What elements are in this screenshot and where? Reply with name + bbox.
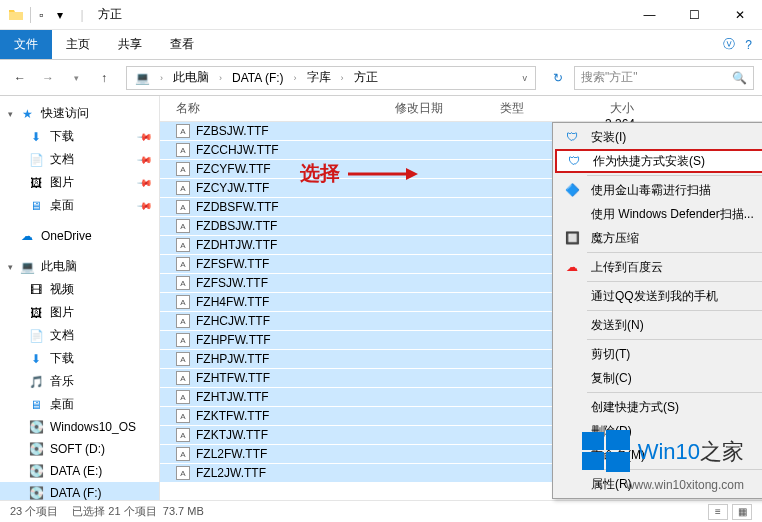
chevron-right-icon[interactable]: › [337,73,348,83]
breadcrumb[interactable]: 💻 › 此电脑 › DATA (F:) › 字库 › 方正 v [126,66,536,90]
sidebar-item-drive-e[interactable]: 💽DATA (E:) [0,460,159,482]
shield-icon: 🛡 [563,128,581,146]
ribbon-expand-icon[interactable]: ⓥ [723,36,735,53]
view-icons-button[interactable]: ▦ [732,504,752,520]
sidebar-item-drive-c[interactable]: 💽Windows10_OS [0,416,159,438]
folder-icon [8,7,24,23]
ctx-jinshan-scan[interactable]: 🔷使用金山毒霸进行扫描 [555,178,762,202]
ribbon-tab-view[interactable]: 查看 [156,30,208,59]
sidebar-onedrive[interactable]: ▸ ☁ OneDrive [0,225,159,247]
pin-icon: 📌 [137,151,153,167]
chevron-right-icon[interactable]: › [215,73,226,83]
sidebar-item-downloads[interactable]: ⬇下载📌 [0,125,159,148]
sidebar-item-desktop[interactable]: 🖥桌面 [0,393,159,416]
sidebar-quick-access[interactable]: ▾ ★ 快速访问 [0,102,159,125]
col-date[interactable]: 修改日期 [395,100,500,117]
star-icon: ★ [19,106,35,122]
breadcrumb-item[interactable]: 方正 [350,69,382,86]
download-icon: ⬇ [28,129,44,145]
annotation-arrow-icon [348,167,418,181]
nav-back-button[interactable]: ← [8,66,32,90]
download-icon: ⬇ [28,351,44,367]
svg-marker-1 [406,168,418,180]
watermark: Win10之家 www.win10xitong.com [582,428,744,492]
watermark-url: www.win10xitong.com [582,478,744,492]
antivirus-icon: 🔷 [563,181,581,199]
ctx-cut[interactable]: 剪切(T) [555,342,762,366]
file-name: FZHTFW.TTF [196,371,270,385]
status-item-count: 23 个项目 [10,504,58,519]
font-file-icon: A [176,276,190,290]
ctx-baidu-upload[interactable]: ☁上传到百度云 [555,255,762,279]
help-icon[interactable]: ? [745,38,752,52]
col-type[interactable]: 类型 [500,100,610,117]
blank-icon [563,475,581,493]
desktop-icon: 🖥 [28,397,44,413]
sidebar-item-pictures[interactable]: 🖼图片📌 [0,171,159,194]
cloud-icon: ☁ [19,228,35,244]
ctx-install[interactable]: 🛡安装(I) [555,125,762,149]
minimize-button[interactable]: — [627,0,672,30]
breadcrumb-item[interactable]: 此电脑 [169,69,213,86]
close-button[interactable]: ✕ [717,0,762,30]
sidebar-item-documents[interactable]: 📄文档📌 [0,148,159,171]
sidebar-item-drive-d[interactable]: 💽SOFT (D:) [0,438,159,460]
search-input[interactable]: 搜索"方正" 🔍 [574,66,754,90]
font-file-icon: A [176,295,190,309]
music-icon: 🎵 [28,374,44,390]
sidebar-item-downloads[interactable]: ⬇下载 [0,347,159,370]
view-details-button[interactable]: ≡ [708,504,728,520]
drive-icon: 💽 [28,463,44,479]
separator [587,175,762,176]
qat-item[interactable]: ▫ [30,7,46,23]
file-name: FZFSJW.TTF [196,276,268,290]
font-file-icon: A [176,390,190,404]
sidebar-item-desktop[interactable]: 🖥桌面📌 [0,194,159,217]
sidebar-this-pc[interactable]: ▾ 💻 此电脑 [0,255,159,278]
file-name: FZCYJW.TTF [196,181,269,195]
qat-item[interactable]: ▾ [52,7,68,23]
col-size[interactable]: 大小 [610,100,762,117]
ctx-defender-scan[interactable]: 使用 Windows Defender扫描... [555,202,762,226]
cloud-upload-icon: ☁ [563,258,581,276]
sidebar-item-videos[interactable]: 🎞视频 [0,278,159,301]
chevron-right-icon[interactable]: › [156,73,167,83]
sidebar-item-pictures[interactable]: 🖼图片 [0,301,159,324]
nav-forward-button[interactable]: → [36,66,60,90]
maximize-button[interactable]: ☐ [672,0,717,30]
chevron-right-icon[interactable]: › [290,73,301,83]
file-name: FZL2JW.TTF [196,466,266,480]
sidebar-item-documents[interactable]: 📄文档 [0,324,159,347]
sidebar-item-drive-f[interactable]: 💽DATA (F:) [0,482,159,500]
ctx-send-to[interactable]: 发送到(N)▸ [555,313,762,337]
font-file-icon: A [176,428,190,442]
breadcrumb-item[interactable]: 字库 [303,69,335,86]
ribbon-tab-share[interactable]: 共享 [104,30,156,59]
nav-up-button[interactable]: ↑ [92,66,116,90]
refresh-button[interactable]: ↻ [546,66,570,90]
pin-icon: 📌 [137,128,153,144]
ribbon-tab-home[interactable]: 主页 [52,30,104,59]
nav-recent-button[interactable]: ▾ [64,66,88,90]
separator [587,281,762,282]
ctx-create-shortcut[interactable]: 创建快捷方式(S) [555,395,762,419]
sidebar-item-music[interactable]: 🎵音乐 [0,370,159,393]
sidebar: ▾ ★ 快速访问 ⬇下载📌 📄文档📌 🖼图片📌 🖥桌面📌 ▸ ☁ OneDriv… [0,96,160,500]
ctx-qq-send[interactable]: 通过QQ发送到我的手机 [555,284,762,308]
column-headers: 名称 修改日期 类型 大小 [160,96,762,122]
ribbon-tab-file[interactable]: 文件 [0,30,52,59]
ctx-install-shortcut[interactable]: 🛡作为快捷方式安装(S) [555,149,762,173]
col-name[interactable]: 名称 [160,100,395,117]
file-name: FZHPJW.TTF [196,352,269,366]
breadcrumb-dropdown-icon[interactable]: v [519,73,532,83]
breadcrumb-item[interactable]: DATA (F:) [228,71,288,85]
annotation-text: 选择 [300,160,340,187]
file-name: FZDBSJW.TTF [196,219,277,233]
search-icon[interactable]: 🔍 [732,71,747,85]
navbar: ← → ▾ ↑ 💻 › 此电脑 › DATA (F:) › 字库 › 方正 v … [0,60,762,96]
ribbon: 文件 主页 共享 查看 ⓥ ? [0,30,762,60]
annotation: 选择 [300,160,418,187]
separator [587,339,762,340]
ctx-mofang-compress[interactable]: 🔲魔方压缩▸ [555,226,762,250]
ctx-copy[interactable]: 复制(C) [555,366,762,390]
